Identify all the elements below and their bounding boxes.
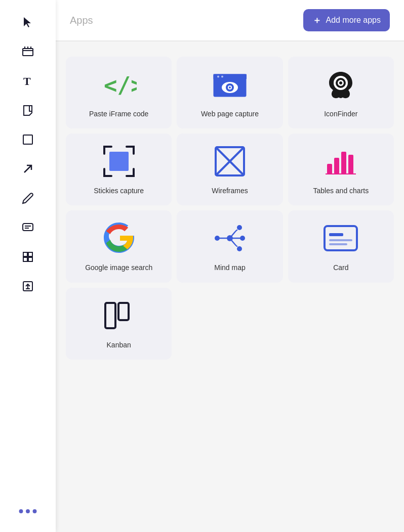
svg-point-20 [26, 509, 30, 513]
svg-rect-44 [334, 158, 339, 174]
svg-rect-46 [348, 155, 353, 174]
svg-rect-15 [28, 257, 32, 261]
google-image-search-label: Google image search [85, 263, 152, 272]
app-iconfinder[interactable]: IconFinder [288, 57, 394, 128]
svg-rect-7 [23, 135, 32, 144]
svg-point-33 [229, 86, 231, 88]
svg-rect-54 [329, 233, 343, 236]
app-mind-map[interactable]: Mind map [177, 210, 282, 282]
svg-point-52 [237, 246, 242, 251]
kanban-label: Kanban [107, 340, 131, 349]
mind-map-icon [212, 220, 248, 256]
app-google-image-search[interactable]: Google image search [66, 210, 172, 282]
pen-tool[interactable] [16, 186, 40, 210]
tables-charts-label: Tables and charts [313, 186, 369, 195]
svg-text:T: T [23, 75, 31, 87]
svg-point-29 [221, 76, 223, 78]
wireframes-label: Wireframes [212, 186, 248, 195]
svg-marker-0 [24, 17, 31, 27]
svg-point-49 [215, 236, 220, 241]
app-tables-charts[interactable]: Tables and charts [288, 134, 394, 205]
sticky-tool[interactable] [16, 98, 40, 122]
apps-header: Apps ＋ Add more apps [56, 0, 404, 41]
add-more-apps-button[interactable]: ＋ Add more apps [303, 9, 390, 31]
app-webpage-capture[interactable]: Web page capture [177, 57, 282, 128]
mind-map-label: Mind map [214, 263, 245, 272]
svg-rect-45 [341, 152, 346, 174]
frame-selector-tool[interactable] [16, 245, 40, 269]
svg-line-8 [24, 165, 31, 172]
wireframes-icon [212, 144, 248, 179]
stickies-capture-label: Stickies capture [94, 186, 144, 195]
svg-rect-55 [329, 239, 352, 241]
google-image-search-icon [101, 220, 137, 256]
webpage-capture-label: Web page capture [201, 109, 259, 118]
card-label: Card [333, 263, 348, 272]
svg-point-21 [33, 509, 37, 513]
svg-rect-14 [23, 257, 27, 261]
app-stickies-capture[interactable]: Stickies capture [66, 134, 172, 205]
cursor-tool[interactable] [16, 10, 40, 34]
frame-tool[interactable] [16, 39, 40, 64]
paste-iframe-label: Paste iFrame code [89, 109, 149, 118]
card-icon [323, 220, 358, 256]
apps-title: Apps [70, 15, 93, 26]
svg-rect-39 [109, 152, 129, 171]
svg-text:</>: </> [104, 72, 137, 98]
shape-tool[interactable] [16, 127, 40, 152]
svg-rect-57 [105, 303, 115, 328]
tables-charts-icon [323, 144, 358, 179]
stickies-capture-icon [101, 144, 137, 179]
svg-rect-1 [23, 49, 33, 56]
sidebar: T [0, 0, 56, 532]
svg-point-38 [339, 81, 342, 84]
svg-point-51 [237, 225, 242, 230]
svg-rect-13 [28, 252, 32, 256]
arrow-tool[interactable] [16, 157, 40, 181]
iconfinder-icon [323, 67, 358, 102]
svg-point-28 [217, 76, 219, 78]
webpage-capture-icon [212, 67, 248, 102]
app-paste-iframe[interactable]: </> Paste iFrame code [66, 57, 172, 128]
apps-grid: </> Paste iFrame code [66, 57, 394, 360]
add-more-label: Add more apps [326, 16, 381, 25]
svg-rect-56 [329, 243, 347, 245]
kanban-icon [101, 298, 137, 333]
app-kanban[interactable]: Kanban [66, 288, 172, 360]
iconfinder-label: IconFinder [324, 109, 357, 118]
svg-rect-43 [327, 164, 332, 174]
app-card[interactable]: Card [288, 210, 394, 282]
upload-tool[interactable] [16, 274, 40, 298]
svg-rect-58 [118, 303, 129, 320]
svg-point-19 [19, 509, 23, 513]
svg-rect-53 [325, 226, 357, 250]
svg-point-50 [240, 236, 245, 241]
svg-rect-12 [23, 252, 27, 256]
more-tools[interactable] [19, 505, 37, 522]
comment-tool[interactable] [16, 215, 40, 240]
paste-iframe-icon: </> [101, 67, 137, 102]
plus-icon: ＋ [312, 14, 321, 26]
apps-area: </> Paste iFrame code [56, 41, 404, 532]
text-tool[interactable]: T [16, 69, 40, 93]
app-wireframes[interactable]: Wireframes [177, 134, 282, 205]
main-panel: Apps ＋ Add more apps </> Paste iFrame co… [56, 0, 404, 532]
svg-rect-9 [23, 224, 33, 231]
